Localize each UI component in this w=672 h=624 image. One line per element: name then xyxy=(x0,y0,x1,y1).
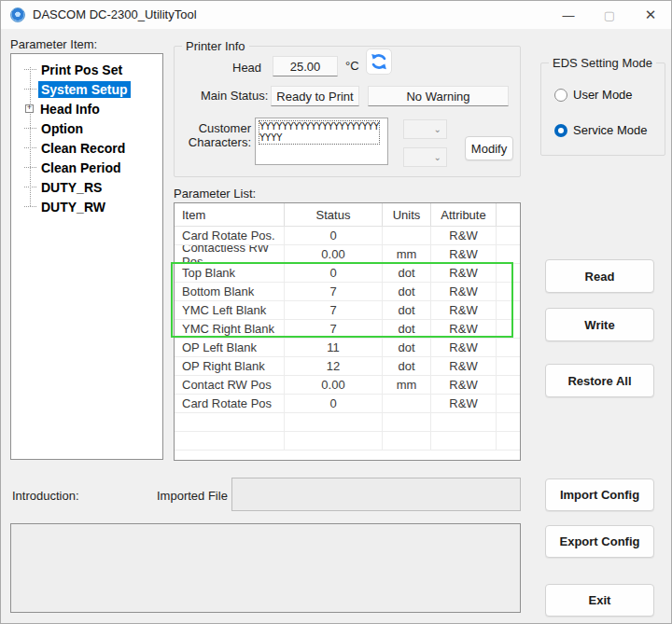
cell: 7 xyxy=(285,283,383,300)
window-title: DASCOM DC-2300_UtilityTool xyxy=(33,7,197,21)
close-button[interactable]: ✕ xyxy=(630,1,671,29)
cell: YMC Right Blank xyxy=(175,320,285,338)
table-row[interactable]: Card Rotate Pos.0R&W xyxy=(175,227,520,245)
cell: R&W xyxy=(431,357,497,375)
cell: mm xyxy=(383,245,431,263)
cell: 0.00 xyxy=(285,245,383,263)
eds-setting-group: EDS Setting Mode User ModeService Mode xyxy=(540,62,665,156)
tree-item-label: Print Pos Set xyxy=(38,62,125,78)
radio-service-mode[interactable]: Service Mode xyxy=(554,123,647,137)
refresh-button[interactable] xyxy=(366,49,392,75)
radio-unselected-icon[interactable] xyxy=(554,89,567,102)
exit-button[interactable]: Exit xyxy=(545,584,654,617)
table-row[interactable]: YMC Left Blank7dotR&W xyxy=(175,301,520,320)
restore-all-button[interactable]: Restore All xyxy=(545,364,654,397)
table-row-empty xyxy=(175,432,520,451)
cell: 0 xyxy=(285,227,383,244)
parameter-item-label: Parameter Item: xyxy=(10,37,97,51)
read-button[interactable]: Read xyxy=(545,259,654,293)
customer-characters-label: Customer Characters: xyxy=(188,121,251,149)
cell xyxy=(383,395,431,412)
cell xyxy=(431,413,497,431)
cell: OP Left Blank xyxy=(175,339,285,356)
cell: dot xyxy=(383,357,431,375)
customer-characters-box[interactable]: YYYYYYYYYYYYYYYYYYYYY YYYY xyxy=(255,118,388,165)
tree-item-print-pos-set[interactable]: Print Pos Set xyxy=(11,60,162,79)
table-row[interactable]: Contactless RW Pos0.00mmR&W xyxy=(175,245,520,264)
cell xyxy=(497,339,520,356)
tree-item-label: Head Info xyxy=(37,101,103,118)
tree-item-duty-rw[interactable]: DUTY_RW xyxy=(11,197,162,216)
cell: Card Rotate Pos. xyxy=(175,227,285,244)
import-config-button[interactable]: Import Config xyxy=(545,478,654,511)
customer-char-dropdown-2[interactable]: ⌄ xyxy=(403,147,447,167)
main-status-value: Ready to Print xyxy=(271,86,359,106)
eds-setting-title: EDS Setting Mode xyxy=(549,56,656,70)
radio-user-mode[interactable]: User Mode xyxy=(554,88,633,102)
cell xyxy=(285,432,383,450)
customer-char-dropdown-1[interactable]: ⌄ xyxy=(403,119,447,139)
table-body: Card Rotate Pos.0R&WContactless RW Pos0.… xyxy=(175,227,520,451)
tree-item-clean-period[interactable]: Clean Period xyxy=(11,158,162,177)
tree-item-label: DUTY_RW xyxy=(38,199,108,215)
table-row[interactable]: Card Rotate Pos0R&W xyxy=(175,395,520,413)
cell: R&W xyxy=(431,264,497,282)
table-row[interactable]: YMC Right Blank7dotR&W xyxy=(175,320,520,339)
tree-item-clean-record[interactable]: Clean Record xyxy=(11,138,162,158)
printer-info-title: Printer Info xyxy=(182,39,249,53)
cell: dot xyxy=(383,283,431,300)
cell: YMC Left Blank xyxy=(175,301,285,319)
warning-status-value: No Warning xyxy=(368,86,509,106)
parameter-table[interactable]: ItemStatusUnitsAttribute Card Rotate Pos… xyxy=(174,202,521,461)
cell xyxy=(497,245,520,263)
expand-icon[interactable]: + xyxy=(25,104,34,113)
cell: 11 xyxy=(285,339,383,356)
tree-item-option[interactable]: Option xyxy=(11,118,162,138)
table-row[interactable]: Top Blank0dotR&W xyxy=(175,264,520,283)
cell: dot xyxy=(383,264,431,282)
main-status-label: Main Status: xyxy=(201,89,268,103)
cell xyxy=(175,413,285,431)
maximize-button[interactable]: ▢ xyxy=(589,1,630,29)
tree-connector xyxy=(24,69,36,70)
cell xyxy=(497,320,520,338)
table-row[interactable]: OP Left Blank11dotR&W xyxy=(175,339,520,357)
cell: 0 xyxy=(285,395,383,412)
tree-connector xyxy=(24,128,36,129)
cell: R&W xyxy=(431,283,497,300)
tree-item-label: DUTY_RS xyxy=(38,179,105,196)
cell: Contactless RW Pos xyxy=(175,245,285,263)
introduction-label: Introduction: xyxy=(12,489,79,503)
tree-item-duty-rs[interactable]: DUTY_RS xyxy=(11,177,162,197)
export-config-button[interactable]: Export Config xyxy=(545,525,654,558)
table-row[interactable]: Bottom Blank7dotR&W xyxy=(175,283,520,301)
celsius-label: °C xyxy=(345,59,359,73)
cell: Card Rotate Pos xyxy=(175,395,285,412)
cell xyxy=(497,357,520,375)
radio-label: Service Mode xyxy=(573,123,647,137)
tree-item-system-setup[interactable]: System Setup xyxy=(11,79,162,99)
table-row[interactable]: Contact RW Pos0.00mmR&W xyxy=(175,376,520,395)
cell xyxy=(383,413,431,431)
radio-label: User Mode xyxy=(573,88,633,102)
cell: dot xyxy=(383,301,431,319)
imported-file-label: Imported File xyxy=(157,489,228,503)
column-header-status: Status xyxy=(285,203,383,226)
minimize-button[interactable]: — xyxy=(548,1,589,29)
app-icon xyxy=(10,7,25,22)
cell: R&W xyxy=(431,339,497,356)
tree-item-label: Clean Record xyxy=(38,140,128,157)
tree-item-head-info[interactable]: +Head Info xyxy=(11,99,162,118)
cell: R&W xyxy=(431,301,497,319)
parameter-tree: Print Pos SetSystem Setup+Head InfoOptio… xyxy=(11,54,162,459)
radio-selected-icon[interactable] xyxy=(554,124,567,137)
write-button[interactable]: Write xyxy=(545,308,654,341)
imported-file-field[interactable] xyxy=(231,478,521,511)
cell: dot xyxy=(383,320,431,338)
cell xyxy=(497,264,520,282)
modify-button[interactable]: Modify xyxy=(465,136,513,160)
table-row[interactable]: OP Right Blank12dotR&W xyxy=(175,357,520,376)
cell: R&W xyxy=(431,376,497,394)
cell xyxy=(431,432,497,450)
cell xyxy=(497,413,520,431)
